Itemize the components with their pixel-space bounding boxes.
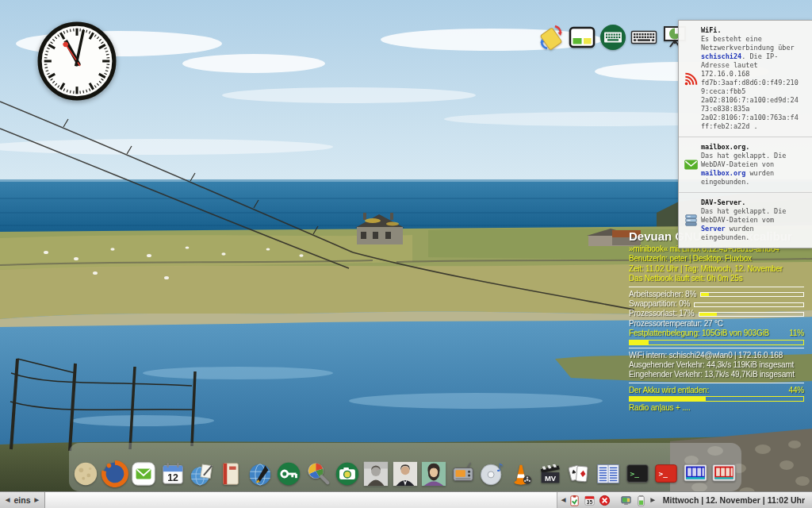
notification-body: Das hat geklappt. Die WebDAV-Dateien von… <box>701 152 810 187</box>
notification-text: WiFi.Es besteht eine Netzwerkverbindung … <box>701 26 810 131</box>
dock-item-commander-red[interactable] <box>710 457 737 487</box>
system-tray: ◀ 35 ▶ <box>557 492 659 508</box>
tray-calendar-week-icon[interactable]: 35 <box>584 495 596 506</box>
notification-dav-server[interactable]: DAV-Server.Das hat geklappt. Die WebDAV-… <box>679 192 812 248</box>
dock-item-commander-blue[interactable] <box>682 457 709 487</box>
server-icon <box>680 198 701 242</box>
dock-item-terminal-red[interactable]: >_ <box>653 457 680 487</box>
tray-prev-arrow[interactable]: ◀ <box>561 497 565 503</box>
disk-usage-bar <box>629 340 804 345</box>
radio-toggle[interactable]: Radio an|aus + .... <box>629 403 804 413</box>
disk-usage-percent: 11% <box>789 329 804 338</box>
dock-item-web-notes[interactable] <box>189 457 216 487</box>
dock-item-painting-portrait[interactable] <box>420 457 447 487</box>
dock-item-firefox[interactable] <box>102 457 128 487</box>
mail-icon <box>680 143 701 187</box>
system-info-line: Das Netbook läuft seit: 0h 0m 25s <box>629 274 804 283</box>
workspace-switcher: ◀ eins ▶ <box>0 492 45 508</box>
svg-text:12: 12 <box>167 472 178 483</box>
disk-usage-label: Festplattenbelegung: 105GiB von 903GiB <box>629 329 769 338</box>
taskbar-clock[interactable]: Mittwoch | 12. November | 11:02 Uhr <box>659 492 812 508</box>
notification-text: mailbox.org.Das hat geklappt. Die WebDAV… <box>701 143 810 187</box>
dock-item-terminal-dark[interactable]: >_ <box>624 457 651 487</box>
notification-body: Es besteht eine Netzwerkverbindung über … <box>701 35 810 131</box>
battery-bar <box>629 396 804 402</box>
taskbar-iconbar[interactable] <box>45 492 557 508</box>
dock-item-screenshot[interactable] <box>334 457 361 487</box>
dock-item-card-game[interactable]: ♠♦ <box>565 457 592 487</box>
svg-text:MV: MV <box>545 474 557 483</box>
dock-item-vlc[interactable] <box>508 457 534 487</box>
tray-muted-icon[interactable] <box>599 495 611 506</box>
dock-item-audio-player[interactable]: ♪ <box>479 457 506 487</box>
dock-item-color-analyzer[interactable] <box>304 457 331 487</box>
notification-wifi[interactable]: WiFi.Es besteht eine Netzwerkverbindung … <box>679 21 812 137</box>
network-line: WiFi intern: schischi24@wlan0 | 172.16.0… <box>629 351 804 360</box>
rotate-screen-icon[interactable] <box>537 23 565 52</box>
system-monitor: Devuan GNU/Linux excalibur »minibook« mi… <box>629 229 804 414</box>
dock-item-moon[interactable] <box>72 457 99 487</box>
tray-battery-icon[interactable] <box>635 495 647 506</box>
meter-row: Prozessorlast: 17% <box>629 309 804 318</box>
dock-item-password-manager[interactable] <box>275 457 302 487</box>
dock-item-web-editor[interactable] <box>247 457 274 487</box>
system-info-lines: »minibook« mit Linux 6.12.43+deb13-amd64… <box>629 244 804 284</box>
svg-text:♦: ♦ <box>579 468 588 479</box>
notification-mailbox-org[interactable]: mailbox.org.Das hat geklappt. Die WebDAV… <box>679 137 812 192</box>
analog-clock-widget[interactable] <box>36 21 117 102</box>
network-line: Eingehender Verkehr: 13,7k/s 49,7KiB ins… <box>629 370 804 379</box>
dock-item-notebook[interactable] <box>217 457 244 487</box>
tray-clipboard-icon[interactable] <box>569 495 580 506</box>
meter-row: Swappartition: 0% <box>629 299 804 309</box>
keyboard-layout-icon[interactable] <box>630 23 658 52</box>
notification-panel: WiFi.Es besteht eine Netzwerkverbindung … <box>678 20 812 248</box>
dock-item-photo-portrait[interactable] <box>362 457 389 487</box>
svg-text:>_: >_ <box>659 469 668 478</box>
meter-row: Arbeitsspeicher: 8% <box>629 290 804 299</box>
tray-icons: 35 <box>569 495 647 506</box>
battery-label: Der Akku wird entladen: <box>629 386 709 395</box>
system-info-line: Zeit: 11.02 Uhr | Tag: Mittwoch, 12. Nov… <box>629 264 804 274</box>
notification-text: DAV-Server.Das hat geklappt. Die WebDAV-… <box>701 198 810 242</box>
clock-face <box>36 21 117 102</box>
workspace-label[interactable]: eins <box>13 495 30 505</box>
tray-next-arrow[interactable]: ▶ <box>650 497 654 503</box>
tray-display-icon[interactable] <box>620 495 632 506</box>
dock-item-file-manager[interactable] <box>595 457 622 487</box>
dock-item-mail[interactable] <box>130 457 157 487</box>
dock-item-calendar[interactable]: 12 <box>159 457 186 487</box>
dock: 12♪MV♠♦>_>_ <box>69 443 741 491</box>
notification-title: mailbox.org. <box>701 143 810 152</box>
window-layout-icon[interactable] <box>568 23 596 52</box>
svg-text:♪: ♪ <box>496 461 503 474</box>
svg-text:35: 35 <box>587 498 593 504</box>
dock-item-photo-suit[interactable] <box>392 457 419 487</box>
battery-percent: 44% <box>789 386 804 395</box>
taskbar: ◀ eins ▶ ◀ 35 ▶ Mittwoch | 12. November … <box>0 491 812 508</box>
svg-text:>_: >_ <box>630 469 639 478</box>
virtual-keyboard-icon[interactable] <box>599 23 627 52</box>
wifi-icon <box>680 26 701 131</box>
notification-body: Das hat geklappt. Die WebDAV-Dateien vom… <box>701 207 810 242</box>
desktop: WiFi.Es besteht eine Netzwerkverbindung … <box>0 0 812 508</box>
notification-title: WiFi. <box>701 26 810 35</box>
system-info-line: BenutzerIn: peter | Desktop: Fluxbox <box>629 254 804 264</box>
system-meters: Arbeitsspeicher: 8%Swappartition: 0%Proz… <box>629 290 804 329</box>
dock-item-radio[interactable] <box>450 457 477 487</box>
network-line: Ausgehender Verkehr: 44,3k/s 119KiB insg… <box>629 360 804 370</box>
network-lines: WiFi intern: schischi24@wlan0 | 172.16.0… <box>629 351 804 380</box>
dock-item-movie-editor[interactable]: MV <box>537 457 564 487</box>
workspace-next-arrow[interactable]: ▶ <box>35 497 39 503</box>
meter-row: Prozessortemperatur: 27 °C <box>629 319 804 329</box>
notification-title: DAV-Server. <box>701 198 810 207</box>
workspace-prev-arrow[interactable]: ◀ <box>6 497 10 503</box>
top-icon-row <box>537 23 689 52</box>
